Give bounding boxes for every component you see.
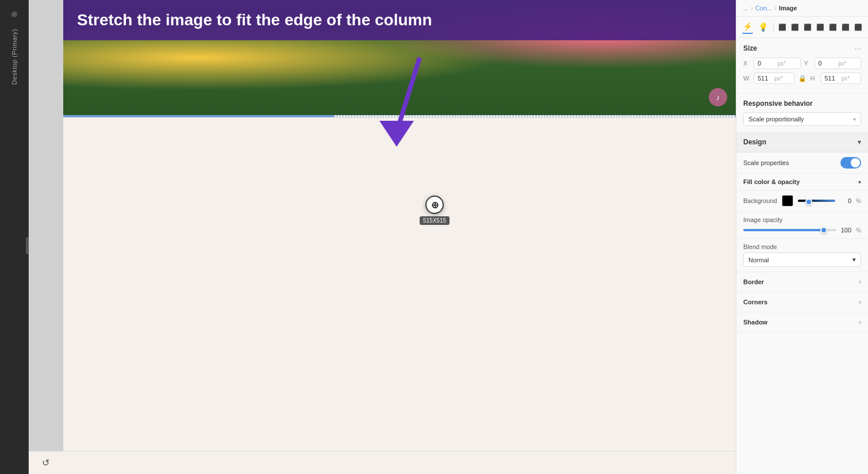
bg-label: Background — [743, 197, 777, 204]
bulb-icon[interactable]: 💡 — [758, 20, 769, 34]
tutorial-overlay: Stretch the image to fit the edge of the… — [63, 0, 736, 40]
responsive-value: Scale proportionally — [748, 116, 804, 123]
breadcrumb-sep-1: › — [751, 5, 753, 12]
img-opacity-percent: % — [856, 227, 861, 234]
corners-label: Corners — [743, 299, 767, 305]
corners-row[interactable]: Corners › — [736, 292, 868, 312]
responsive-chevron: ▾ — [853, 116, 856, 123]
sidebar-label: Desktop (Primary) — [11, 29, 18, 85]
align-center-icon[interactable]: ⬛ — [791, 24, 799, 31]
design-title: Design — [743, 138, 766, 146]
xy-row: X 0 px* Y 0 px* — [743, 58, 861, 69]
img-opacity-val: 100 — [841, 227, 851, 234]
border-label: Border — [743, 278, 764, 285]
responsive-label: Responsive behavior — [743, 100, 813, 108]
color-slider-thumb — [805, 198, 812, 205]
color-slider[interactable] — [798, 198, 835, 203]
breadcrumb-sep-2: › — [774, 5, 777, 12]
bolt-icon[interactable]: ⚡ — [742, 20, 753, 34]
background-color-row: Background 0 % — [736, 190, 868, 212]
img-opacity-label: Image opacity — [743, 216, 861, 223]
img-slider-thumb — [820, 227, 827, 234]
undo-button[interactable]: ↺ — [37, 455, 53, 471]
x-input[interactable]: 0 px* — [754, 58, 801, 69]
breadcrumb-item-1[interactable]: ... — [743, 5, 748, 12]
fill-chevron: ▾ — [858, 179, 861, 185]
right-panel: ... › Con... › Image ⚡ 💡 ⬛ ⬛ ⬛ ⬛ ⬛ ⬛ ⬛ S… — [736, 0, 868, 474]
size-title: Size — [743, 44, 757, 52]
main-canvas-area: Stretch the image to fit the edge of the… — [29, 0, 736, 474]
sidebar-dot — [11, 12, 17, 17]
wh-row: W 511 px* 🔒 H 511 px* — [743, 72, 861, 84]
tutorial-arrow — [362, 46, 466, 163]
img-opacity-slider: 100 % — [743, 227, 861, 234]
x-value: 0 — [758, 60, 777, 67]
opacity-value: 0 — [840, 197, 851, 204]
border-row[interactable]: Border › — [736, 272, 868, 292]
resize-cursor-area: ⊕ 515X515 — [420, 196, 450, 225]
music-icon: ♪ — [709, 88, 727, 106]
x-label: X — [743, 60, 750, 67]
resize-icon: ⊕ — [425, 196, 444, 214]
bottom-bar: ↺ — [29, 451, 736, 474]
w-input[interactable]: 511 px* — [754, 72, 794, 84]
color-swatch[interactable] — [782, 195, 793, 207]
align-middle-icon[interactable]: ⬛ — [829, 24, 837, 31]
border-arrow: › — [859, 278, 861, 286]
breadcrumb: ... › Con... › Image — [736, 0, 868, 17]
left-sidebar: Desktop (Primary) — [0, 0, 29, 474]
page-canvas: Stretch the image to fit the edge of the… — [63, 0, 736, 451]
design-section-header[interactable]: Design ▾ — [736, 132, 868, 152]
h-value: 511 — [825, 75, 840, 82]
size-options[interactable]: ··· — [854, 44, 861, 53]
toolbar-divider — [773, 22, 774, 32]
align-bottom-icon[interactable]: ⬛ — [842, 24, 850, 31]
shadow-label: Shadow — [743, 319, 767, 326]
tutorial-text: Stretch the image to fit the edge of the… — [77, 10, 722, 30]
w-label: W — [743, 75, 750, 82]
responsive-section: Responsive behavior Scale proportionally… — [736, 94, 868, 132]
y-input[interactable]: 0 px* — [815, 58, 862, 69]
w-value: 511 — [758, 75, 773, 82]
breadcrumb-item-2[interactable]: Con... — [755, 5, 772, 12]
align-left-icon[interactable]: ⬛ — [778, 24, 786, 31]
fill-header[interactable]: Fill color & opacity ▾ — [736, 174, 868, 190]
blend-chevron: ▾ — [852, 256, 856, 263]
size-header: Size ··· — [743, 44, 861, 53]
blend-mode-row: Blend mode Normal ▾ — [736, 239, 868, 272]
canvas-container: Stretch the image to fit the edge of the… — [29, 0, 736, 451]
responsive-header: Responsive behavior — [743, 100, 861, 108]
color-slider-track — [798, 200, 835, 202]
align-right-icon[interactable]: ⬛ — [804, 24, 812, 31]
scale-properties-row: Scale properties — [736, 152, 868, 174]
h-unit: px* — [842, 75, 857, 82]
image-section[interactable] — [63, 115, 333, 117]
scale-label: Scale properties — [743, 159, 789, 166]
blend-value: Normal — [748, 257, 769, 263]
blend-dropdown[interactable]: Normal ▾ — [743, 253, 861, 267]
w-unit: px* — [774, 75, 790, 82]
design-chevron: ▾ — [858, 138, 861, 146]
corners-arrow: › — [859, 298, 861, 306]
fill-title: Fill color & opacity — [743, 178, 800, 185]
panel-toolbar: ⚡ 💡 ⬛ ⬛ ⬛ ⬛ ⬛ ⬛ ⬛ — [736, 17, 868, 38]
more-icon[interactable]: ⬛ — [854, 24, 862, 31]
size-tooltip: 515X515 — [420, 216, 450, 225]
responsive-dropdown[interactable]: Scale proportionally ▾ — [743, 112, 861, 126]
scale-toggle[interactable] — [840, 157, 861, 169]
breadcrumb-current: Image — [779, 5, 797, 12]
opacity-percent: % — [856, 198, 861, 204]
lock-icon[interactable]: 🔒 — [798, 74, 807, 83]
img-slider-track[interactable] — [743, 229, 836, 231]
y-value: 0 — [819, 60, 838, 67]
image-opacity-row: Image opacity 100 % — [736, 212, 868, 239]
h-label: H — [811, 75, 817, 82]
align-top-icon[interactable]: ⬛ — [816, 24, 824, 31]
x-unit: px* — [778, 60, 797, 67]
blend-label: Blend mode — [743, 243, 861, 250]
y-unit: px* — [838, 60, 857, 67]
shadow-row[interactable]: Shadow › — [736, 312, 868, 332]
h-input[interactable]: 511 px* — [821, 72, 862, 84]
shadow-arrow: › — [859, 318, 861, 326]
y-label: Y — [804, 60, 811, 67]
